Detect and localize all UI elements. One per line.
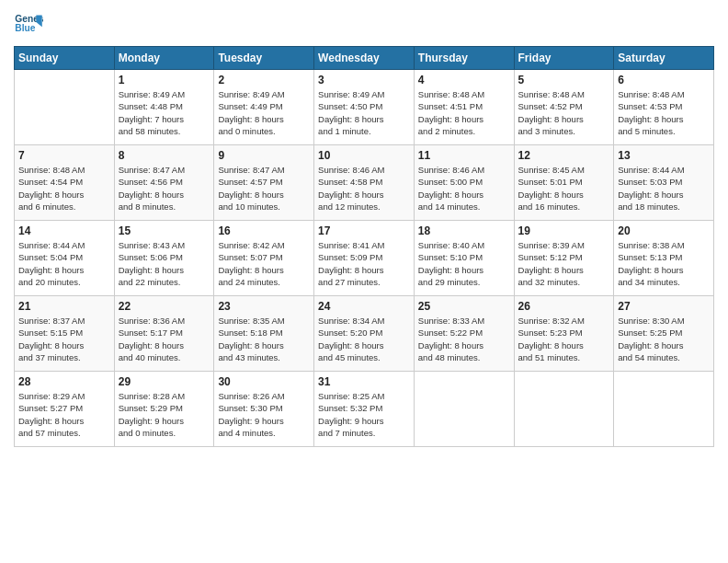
day-detail: Sunrise: 8:43 AMSunset: 5:06 PMDaylight:… <box>119 239 210 288</box>
day-detail: Sunrise: 8:49 AMSunset: 4:48 PMDaylight:… <box>119 88 210 137</box>
logo: General Blue <box>14 9 47 39</box>
day-detail: Sunrise: 8:48 AMSunset: 4:51 PMDaylight:… <box>418 88 510 137</box>
day-cell: 7Sunrise: 8:48 AMSunset: 4:54 PMDaylight… <box>15 145 115 221</box>
day-cell: 25Sunrise: 8:33 AMSunset: 5:22 PMDayligh… <box>414 296 514 372</box>
day-cell: 16Sunrise: 8:42 AMSunset: 5:07 PMDayligh… <box>214 221 314 296</box>
day-number: 19 <box>518 224 610 237</box>
day-cell: 12Sunrise: 8:45 AMSunset: 5:01 PMDayligh… <box>514 145 614 221</box>
day-detail: Sunrise: 8:44 AMSunset: 5:03 PMDaylight:… <box>618 164 710 213</box>
day-detail: Sunrise: 8:30 AMSunset: 5:25 PMDaylight:… <box>618 315 710 363</box>
day-number: 21 <box>18 300 110 313</box>
day-cell: 17Sunrise: 8:41 AMSunset: 5:09 PMDayligh… <box>314 221 415 296</box>
day-detail: Sunrise: 8:44 AMSunset: 5:04 PMDaylight:… <box>18 239 110 288</box>
day-number: 2 <box>218 74 310 86</box>
week-row-2: 7Sunrise: 8:48 AMSunset: 4:54 PMDaylight… <box>15 145 714 221</box>
day-number: 15 <box>119 224 210 237</box>
day-cell: 13Sunrise: 8:44 AMSunset: 5:03 PMDayligh… <box>614 145 714 221</box>
day-cell: 20Sunrise: 8:38 AMSunset: 5:13 PMDayligh… <box>614 221 714 296</box>
day-detail: Sunrise: 8:34 AMSunset: 5:20 PMDaylight:… <box>318 315 410 363</box>
header-cell-monday: Monday <box>114 47 214 70</box>
day-detail: Sunrise: 8:40 AMSunset: 5:10 PMDaylight:… <box>418 239 510 288</box>
day-cell: 3Sunrise: 8:49 AMSunset: 4:50 PMDaylight… <box>314 70 415 145</box>
header-cell-sunday: Sunday <box>15 47 115 70</box>
day-detail: Sunrise: 8:39 AMSunset: 5:12 PMDaylight:… <box>518 239 610 288</box>
day-cell: 8Sunrise: 8:47 AMSunset: 4:56 PMDaylight… <box>114 145 214 221</box>
day-cell: 31Sunrise: 8:25 AMSunset: 5:32 PMDayligh… <box>314 372 415 447</box>
logo-icon: General Blue <box>14 9 43 39</box>
day-number: 13 <box>618 149 710 162</box>
day-number: 28 <box>18 375 110 388</box>
day-detail: Sunrise: 8:46 AMSunset: 4:58 PMDaylight:… <box>318 164 410 213</box>
day-cell: 27Sunrise: 8:30 AMSunset: 5:25 PMDayligh… <box>614 296 714 372</box>
day-cell: 14Sunrise: 8:44 AMSunset: 5:04 PMDayligh… <box>15 221 115 296</box>
day-detail: Sunrise: 8:47 AMSunset: 4:56 PMDaylight:… <box>119 164 210 213</box>
day-number: 3 <box>318 74 410 86</box>
day-detail: Sunrise: 8:28 AMSunset: 5:29 PMDaylight:… <box>119 390 210 439</box>
day-cell: 22Sunrise: 8:36 AMSunset: 5:17 PMDayligh… <box>114 296 214 372</box>
day-number: 20 <box>618 224 710 237</box>
day-detail: Sunrise: 8:45 AMSunset: 5:01 PMDaylight:… <box>518 164 610 213</box>
header-cell-saturday: Saturday <box>614 47 714 70</box>
day-number: 4 <box>418 74 510 86</box>
day-number: 14 <box>18 224 110 237</box>
day-detail: Sunrise: 8:33 AMSunset: 5:22 PMDaylight:… <box>418 315 510 363</box>
day-number: 9 <box>218 149 310 162</box>
day-cell: 26Sunrise: 8:32 AMSunset: 5:23 PMDayligh… <box>514 296 614 372</box>
day-number: 11 <box>418 149 510 162</box>
day-cell: 10Sunrise: 8:46 AMSunset: 4:58 PMDayligh… <box>314 145 415 221</box>
day-cell <box>414 372 514 447</box>
day-number: 25 <box>418 300 510 313</box>
day-number: 6 <box>618 74 710 86</box>
day-cell: 29Sunrise: 8:28 AMSunset: 5:29 PMDayligh… <box>114 372 214 447</box>
day-cell: 11Sunrise: 8:46 AMSunset: 5:00 PMDayligh… <box>414 145 514 221</box>
svg-marker-2 <box>36 15 41 27</box>
day-number: 8 <box>119 149 210 162</box>
day-number: 5 <box>518 74 610 86</box>
week-row-4: 21Sunrise: 8:37 AMSunset: 5:15 PMDayligh… <box>15 296 714 372</box>
day-cell: 5Sunrise: 8:48 AMSunset: 4:52 PMDaylight… <box>514 70 614 145</box>
calendar-header-row: SundayMondayTuesdayWednesdayThursdayFrid… <box>15 47 714 70</box>
day-cell: 28Sunrise: 8:29 AMSunset: 5:27 PMDayligh… <box>15 372 115 447</box>
day-detail: Sunrise: 8:35 AMSunset: 5:18 PMDaylight:… <box>218 315 310 363</box>
week-row-5: 28Sunrise: 8:29 AMSunset: 5:27 PMDayligh… <box>15 372 714 447</box>
day-number: 30 <box>218 375 310 388</box>
day-detail: Sunrise: 8:38 AMSunset: 5:13 PMDaylight:… <box>618 239 710 288</box>
day-detail: Sunrise: 8:48 AMSunset: 4:52 PMDaylight:… <box>518 88 610 137</box>
header-cell-tuesday: Tuesday <box>214 47 314 70</box>
day-number: 22 <box>119 300 210 313</box>
day-cell: 23Sunrise: 8:35 AMSunset: 5:18 PMDayligh… <box>214 296 314 372</box>
day-number: 27 <box>618 300 710 313</box>
day-number: 29 <box>119 375 210 388</box>
week-row-3: 14Sunrise: 8:44 AMSunset: 5:04 PMDayligh… <box>15 221 714 296</box>
day-detail: Sunrise: 8:29 AMSunset: 5:27 PMDaylight:… <box>18 390 110 439</box>
day-cell: 2Sunrise: 8:49 AMSunset: 4:49 PMDaylight… <box>214 70 314 145</box>
day-number: 17 <box>318 224 410 237</box>
header-cell-thursday: Thursday <box>414 47 514 70</box>
day-cell <box>514 372 614 447</box>
day-cell: 18Sunrise: 8:40 AMSunset: 5:10 PMDayligh… <box>414 221 514 296</box>
svg-text:Blue: Blue <box>15 23 35 33</box>
day-number: 16 <box>218 224 310 237</box>
day-detail: Sunrise: 8:49 AMSunset: 4:50 PMDaylight:… <box>318 88 410 137</box>
day-number: 23 <box>218 300 310 313</box>
week-row-1: 1Sunrise: 8:49 AMSunset: 4:48 PMDaylight… <box>15 70 714 145</box>
day-cell: 4Sunrise: 8:48 AMSunset: 4:51 PMDaylight… <box>414 70 514 145</box>
page-container: General Blue SundayMondayTuesdayWednesda… <box>0 0 728 456</box>
day-cell: 19Sunrise: 8:39 AMSunset: 5:12 PMDayligh… <box>514 221 614 296</box>
header-cell-friday: Friday <box>514 47 614 70</box>
day-number: 10 <box>318 149 410 162</box>
day-detail: Sunrise: 8:47 AMSunset: 4:57 PMDaylight:… <box>218 164 310 213</box>
day-detail: Sunrise: 8:49 AMSunset: 4:49 PMDaylight:… <box>218 88 310 137</box>
header-cell-wednesday: Wednesday <box>314 47 415 70</box>
day-detail: Sunrise: 8:48 AMSunset: 4:53 PMDaylight:… <box>618 88 710 137</box>
day-detail: Sunrise: 8:25 AMSunset: 5:32 PMDaylight:… <box>318 390 410 439</box>
calendar-table: SundayMondayTuesdayWednesdayThursdayFrid… <box>14 46 714 447</box>
day-cell: 15Sunrise: 8:43 AMSunset: 5:06 PMDayligh… <box>114 221 214 296</box>
day-cell: 24Sunrise: 8:34 AMSunset: 5:20 PMDayligh… <box>314 296 415 372</box>
day-number: 26 <box>518 300 610 313</box>
day-detail: Sunrise: 8:37 AMSunset: 5:15 PMDaylight:… <box>18 315 110 363</box>
day-number: 7 <box>18 149 110 162</box>
day-detail: Sunrise: 8:46 AMSunset: 5:00 PMDaylight:… <box>418 164 510 213</box>
header: General Blue <box>14 9 714 39</box>
day-detail: Sunrise: 8:26 AMSunset: 5:30 PMDaylight:… <box>218 390 310 439</box>
